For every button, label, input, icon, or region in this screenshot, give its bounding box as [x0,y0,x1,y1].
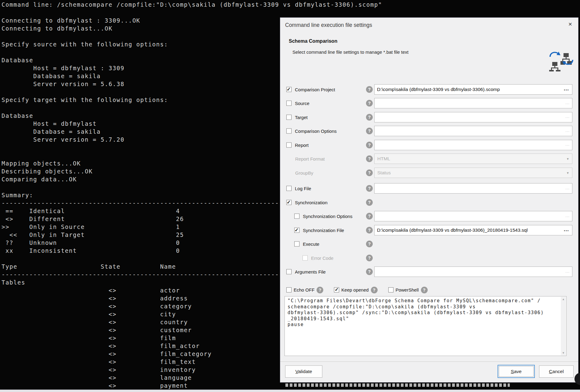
powershell-checkbox[interactable] [388,287,393,292]
browse-ellipsis-icon[interactable]: ... [564,228,569,231]
help-icon[interactable]: ? [366,142,373,148]
target-label: Target [295,114,308,120]
help-icon[interactable]: ? [317,287,323,293]
help-icon[interactable]: ? [366,86,373,93]
report-format-combobox[interactable]: HTML ▼ [374,154,572,164]
comparison-options-checkbox[interactable] [286,129,292,134]
help-icon[interactable]: ? [366,185,373,192]
browse-ellipsis-icon[interactable]: ... [565,129,570,132]
synchronization-file-input[interactable] [377,225,560,235]
help-icon[interactable]: ? [366,128,373,134]
groupby-label: GroupBy [295,170,313,175]
synchronization-file-field: ... [374,225,572,235]
row-synchronization-options: Synchronization Options ? ... [280,209,578,223]
row-report-format: Report Format ? HTML ▼ [280,152,578,166]
row-arguments-file: Arguments File ? ... [280,265,578,279]
browse-ellipsis-icon[interactable]: ... [565,101,570,104]
row-groupby: GroupBy ? Status ▼ [280,166,578,180]
comparison-options-field: ... [374,126,572,136]
target-checkbox[interactable] [286,114,292,120]
help-icon[interactable]: ? [366,255,373,261]
keep-opened-label: Keep opened [341,287,368,292]
batch-file-textbox[interactable]: "C:\Program Files\Devart\dbForge Schema … [285,296,567,356]
help-icon[interactable]: ? [366,155,373,162]
browse-ellipsis-icon[interactable]: ... [565,270,570,273]
help-icon[interactable]: ? [366,169,373,176]
save-button[interactable]: Save [498,365,535,378]
row-source: Source ? ... [280,96,578,111]
footer-separator [280,361,578,362]
target-input[interactable] [377,112,560,122]
batch-scrollbar[interactable]: ▲ ▼ [561,297,566,355]
help-icon[interactable]: ? [366,241,373,247]
groupby-value: Status [377,170,391,176]
groupby-combobox[interactable]: Status ▼ [374,168,572,178]
comparison-project-input[interactable] [377,85,560,94]
synchronization-options-field: ... [374,211,572,221]
execute-label: Execute [303,241,319,247]
error-code-label: Error Code [311,255,333,260]
powershell-label: PowerShell [396,287,419,292]
arguments-file-input[interactable] [377,267,560,277]
help-icon[interactable]: ? [421,287,428,293]
dropdown-arrow-icon[interactable]: ▼ [566,157,569,161]
source-input[interactable] [377,98,560,108]
help-icon[interactable]: ? [366,213,373,220]
target-field: ... [374,112,572,122]
log-file-label: Log File [295,186,311,191]
synchronization-file-checkbox[interactable] [294,227,299,233]
help-icon[interactable]: ? [366,114,373,121]
report-format-label: Report Format [295,156,325,162]
browse-ellipsis-icon[interactable]: ... [565,115,570,118]
help-icon[interactable]: ? [366,268,373,275]
source-label: Source [295,101,310,106]
browse-ellipsis-icon[interactable]: ... [565,143,570,146]
schema-comparison-heading: Schema Comparison [289,38,337,44]
comparison-options-input[interactable] [377,126,560,136]
comparison-project-label: Comparison Project [295,87,335,92]
comparison-project-field: ... [374,84,572,95]
comparison-options-label: Comparison Options [295,129,337,134]
source-checkbox[interactable] [286,101,292,106]
close-icon[interactable]: ✕ [566,20,575,29]
row-report: Report ? ... [280,138,578,152]
scroll-down-icon[interactable]: ▼ [561,350,566,355]
keep-opened-checkbox[interactable] [334,287,339,292]
log-file-checkbox[interactable] [286,186,292,191]
help-icon[interactable]: ? [366,100,373,107]
synchronization-file-label: Synchronization File [303,227,344,233]
validate-button[interactable]: Validate [285,365,322,378]
browse-ellipsis-icon[interactable]: ... [565,187,570,190]
scroll-up-icon[interactable]: ▲ [561,297,566,302]
settings-rows: Comparison Project ? ... Source ? ... Ta… [280,82,578,279]
help-icon[interactable]: ? [371,287,378,293]
help-icon[interactable]: ? [366,199,373,206]
browse-ellipsis-icon[interactable]: ... [564,87,569,90]
error-code-checkbox [303,255,308,260]
help-icon[interactable]: ? [366,227,373,234]
arguments-file-field: ... [374,267,572,277]
report-input[interactable] [377,140,560,150]
report-format-value: HTML [377,156,390,162]
browse-ellipsis-icon[interactable]: ... [565,214,570,217]
synchronization-checkbox[interactable] [286,200,292,205]
execute-checkbox[interactable] [294,241,299,247]
batch-file-text[interactable]: "C:\Program Files\Devart\dbForge Schema … [288,298,559,328]
row-target: Target ? ... [280,110,578,124]
report-checkbox[interactable] [286,142,292,147]
dropdown-arrow-icon[interactable]: ▼ [566,171,569,174]
comparison-project-checkbox[interactable] [286,87,292,92]
synchronization-options-label: Synchronization Options [303,214,353,219]
arguments-file-checkbox[interactable] [286,269,292,274]
batch-options-row: Echo OFF ? Keep opened ? PowerShell ? [286,283,428,297]
echo-off-checkbox[interactable] [286,287,292,292]
row-error-code: Error Code ? [280,251,578,265]
synchronization-options-input[interactable] [377,211,560,221]
row-synchronization-file: Synchronization File ? ... [280,223,578,237]
schema-compare-icon [548,45,575,71]
source-field: ... [374,98,572,108]
cancel-button[interactable]: Cancel [539,365,574,378]
console-clipped-text-row [285,383,510,387]
synchronization-options-checkbox[interactable] [294,214,299,219]
log-file-input[interactable] [377,183,560,193]
